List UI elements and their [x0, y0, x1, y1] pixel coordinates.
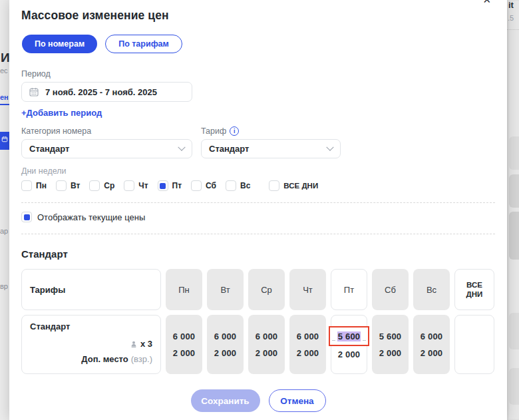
room-category-select[interactable]: Стандарт — [21, 139, 192, 158]
price-cell-wed[interactable]: 6 000 2 000 — [248, 315, 285, 374]
weekdays-row: Пн Вт Ср Чт Пт Сб — [21, 180, 495, 191]
price-cell-tue[interactable]: 6 000 2 000 — [207, 315, 244, 374]
background-divider — [507, 29, 519, 30]
mode-tabs: По номерам По тарифам — [22, 35, 495, 53]
weekday-item-sun: Вс — [226, 180, 250, 191]
weekday-checkbox-fri[interactable] — [158, 180, 168, 191]
background-text-fragment: вр — [0, 282, 8, 290]
extra-price[interactable]: 2 000 — [256, 345, 278, 361]
tariff-value: Стандарт — [209, 144, 249, 154]
add-period-link[interactable]: +Добавить период — [21, 108, 102, 118]
price-cell-thu[interactable]: 6 000 2 000 — [289, 315, 326, 374]
price-cell-fri-editing[interactable]: 5 600 2 000 — [331, 315, 367, 374]
room-category-value: Стандарт — [29, 144, 69, 154]
tab-by-rooms[interactable]: По номерам — [22, 35, 97, 53]
extra-price[interactable]: 2 000 — [173, 345, 196, 361]
base-price[interactable]: 6 000 — [297, 328, 319, 345]
day-header-cell[interactable]: Чт — [289, 269, 326, 310]
price-cell-mon[interactable]: 6 000 2 000 — [166, 315, 202, 374]
editing-price-value[interactable]: 5 600 — [337, 331, 361, 341]
background-number-fragment: .5 — [508, 14, 514, 22]
weekday-item-all-days: ВСЕ ДНИ — [269, 180, 318, 191]
mass-price-change-modal: ✕ Массовое изменение цен По номерам По т… — [9, 0, 507, 420]
tab-by-tariffs[interactable]: По тарифам — [105, 35, 182, 53]
price-input-editing[interactable]: 5 600 — [329, 326, 369, 346]
show-current-prices-label: Отображать текущие цены — [37, 212, 145, 222]
divider — [21, 202, 495, 203]
show-current-prices-row: Отображать текущие цены — [21, 212, 495, 222]
weekday-checkbox-sun[interactable] — [226, 180, 236, 191]
chevron-down-icon — [326, 143, 333, 150]
price-cell-sat[interactable]: 5 600 2 000 — [372, 315, 409, 374]
extra-price[interactable]: 2 000 — [379, 345, 402, 361]
close-icon[interactable]: ✕ — [482, 0, 491, 5]
base-price[interactable]: 5 600 — [379, 328, 402, 345]
base-price[interactable]: 6 000 — [173, 328, 196, 345]
weekday-checkbox-wed[interactable] — [89, 180, 100, 191]
occupancy-value: x 3 — [140, 339, 152, 349]
period-date-range-input[interactable]: 7 нояб. 2025 - 7 нояб. 2025 — [21, 82, 192, 102]
extra-price[interactable]: 2 000 — [421, 345, 443, 361]
extra-price[interactable]: 2 000 — [214, 345, 237, 361]
background-tab-underline — [0, 104, 9, 105]
weekday-checkbox-sat[interactable] — [191, 180, 202, 191]
background-page-left-edge: И ес ен ар вр — [0, 0, 9, 420]
tariff-row-info: Стандарт x 3 Доп. место (взр.) — [21, 315, 161, 374]
background-cell-fragment — [509, 174, 519, 208]
occupancy-line: x 3 — [30, 336, 152, 351]
chevron-down-icon — [178, 143, 185, 150]
day-header-cell-all-days[interactable]: ВСЕ ДНИ — [454, 269, 494, 310]
cancel-button[interactable]: Отмена — [269, 389, 326, 412]
background-cell-fragment — [509, 136, 519, 170]
price-cell-all-days[interactable] — [454, 315, 494, 374]
background-active-tab-fragment: ен — [0, 93, 9, 101]
weekday-checkbox-mon[interactable] — [21, 180, 32, 191]
day-header-cell[interactable]: Вт — [207, 269, 244, 310]
save-button[interactable]: Сохранить — [191, 389, 260, 412]
base-price[interactable]: 6 000 — [421, 328, 443, 345]
background-cell-fragment — [509, 212, 519, 260]
day-header-cell[interactable]: Вс — [413, 269, 450, 310]
room-category-label: Категория номера — [21, 126, 192, 136]
extra-bed-label: Доп. место — [81, 354, 128, 364]
modal-footer: Сохранить Отмена — [21, 389, 495, 412]
period-label: Период — [21, 69, 495, 79]
weekday-item-fri: Пт — [158, 180, 182, 191]
show-current-prices-checkbox[interactable] — [21, 212, 32, 222]
dashed-underline — [363, 340, 366, 341]
base-price[interactable]: 6 000 — [256, 328, 278, 345]
modal-title: Массовое изменение цен — [21, 9, 495, 23]
weekday-item-tue: Вт — [56, 180, 80, 191]
weekday-item-mon: Пн — [21, 180, 47, 191]
background-subtext-fragment: ес — [0, 67, 8, 75]
background-calendar-button-fragment — [0, 132, 9, 150]
tariff-select[interactable]: Стандарт — [201, 139, 341, 158]
background-heading-fragment: И — [1, 51, 9, 65]
extra-price[interactable]: 2 000 — [338, 346, 361, 363]
price-table: Тарифы Пн Вт Ср Чт Пт Сб Вс ВСЕ ДНИ Стан… — [21, 269, 495, 374]
price-cell-sun[interactable]: 6 000 2 000 — [413, 315, 450, 374]
day-header-cell[interactable]: Ср — [248, 269, 285, 310]
day-header-cell[interactable]: Пн — [166, 269, 202, 310]
info-icon[interactable]: i — [230, 126, 239, 136]
weekday-checkbox-all-days[interactable] — [269, 180, 279, 191]
extra-bed-note: (взр.) — [131, 354, 152, 364]
weekday-item-wed: Ср — [89, 180, 114, 191]
background-page-right-edge: it .5 — [507, 0, 519, 420]
calendar-icon — [1, 136, 8, 142]
base-price[interactable]: 6 000 — [214, 328, 237, 345]
extra-price[interactable]: 2 000 — [297, 345, 319, 361]
day-header-cell[interactable]: Сб — [372, 269, 409, 310]
dashed-underline — [332, 340, 335, 341]
background-text-fragment: ар — [0, 227, 8, 235]
extra-bed-line: Доп. место (взр.) — [30, 351, 152, 367]
weekdays-label: Дни недели — [21, 166, 495, 176]
period-value: 7 нояб. 2025 - 7 нояб. 2025 — [45, 87, 157, 97]
section-title: Стандарт — [21, 248, 495, 260]
background-cell-fragment — [509, 313, 519, 349]
tariff-label: Тариф i — [201, 126, 341, 136]
weekday-checkbox-tue[interactable] — [56, 180, 67, 191]
weekday-checkbox-thu[interactable] — [124, 180, 134, 191]
weekday-item-sat: Сб — [191, 180, 216, 191]
day-header-cell-selected[interactable]: Пт — [331, 269, 367, 310]
